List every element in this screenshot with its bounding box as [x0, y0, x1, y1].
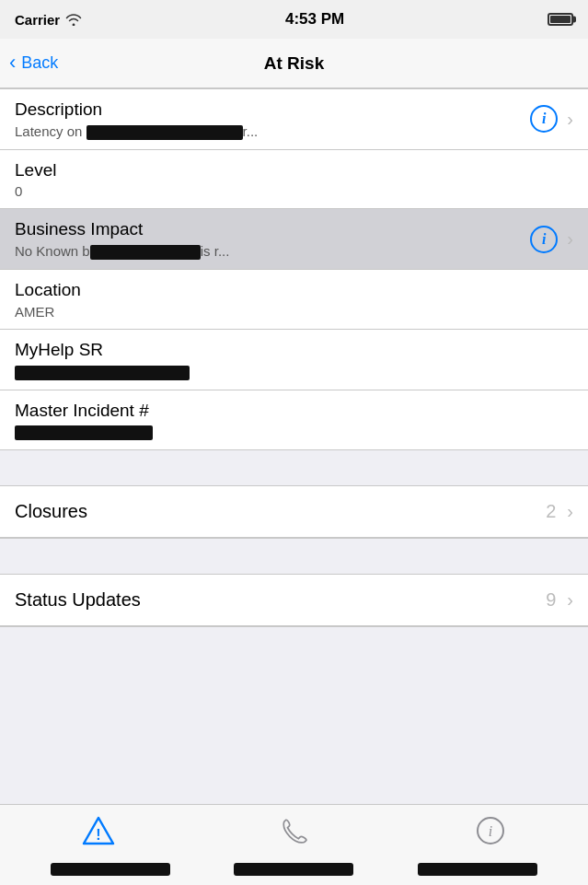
business-impact-info-button[interactable]: i — [530, 226, 558, 253]
location-title: Location — [15, 279, 573, 302]
status-updates-row[interactable]: Status Updates 9 › — [0, 575, 588, 626]
status-updates-right: 9 › — [546, 589, 573, 611]
description-info-button[interactable]: i — [530, 105, 558, 133]
master-incident-redacted — [15, 425, 153, 440]
description-redacted — [86, 125, 243, 140]
spacer-1 — [0, 450, 588, 485]
battery-fill — [550, 16, 571, 23]
closures-section: Closures 2 › — [0, 485, 588, 539]
master-incident-content: Master Incident # — [15, 400, 573, 441]
description-actions: i › — [530, 105, 573, 133]
location-content: Location AMER — [15, 279, 573, 320]
phone-icon — [280, 816, 309, 845]
main-table: Description Latency on r... i › Level 0 … — [0, 88, 588, 450]
wifi-icon — [65, 13, 82, 26]
content-area: Description Latency on r... i › Level 0 … — [0, 88, 588, 627]
bottom-redacted-3 — [418, 863, 537, 876]
tab-bar: ! i — [0, 804, 588, 885]
status-updates-chevron-icon: › — [567, 589, 573, 611]
battery-area — [548, 13, 573, 26]
svg-text:i: i — [488, 823, 491, 839]
myhelp-sr-row: MyHelp SR — [0, 330, 588, 390]
status-updates-section: Status Updates 9 › — [0, 574, 588, 627]
bottom-redacted-bars — [0, 863, 588, 876]
warning-triangle-icon: ! — [82, 814, 115, 847]
description-value: Latency on r... — [15, 123, 530, 140]
master-incident-title: Master Incident # — [15, 400, 573, 423]
spacer-2 — [0, 539, 588, 574]
back-button[interactable]: ‹ Back — [9, 52, 58, 75]
page-title: At Risk — [264, 53, 324, 74]
master-incident-row: Master Incident # — [0, 390, 588, 450]
business-impact-actions: i › — [530, 226, 573, 253]
tab-phone[interactable] — [196, 814, 392, 847]
svg-text:!: ! — [96, 827, 100, 843]
closures-row[interactable]: Closures 2 › — [0, 486, 588, 538]
level-content: Level 0 — [15, 159, 573, 200]
description-content: Description Latency on r... — [15, 99, 530, 140]
myhelp-sr-value — [15, 364, 573, 380]
description-chevron-icon: › — [567, 109, 573, 130]
business-impact-chevron-icon: › — [567, 228, 573, 250]
time-display: 4:53 PM — [285, 10, 344, 29]
level-title: Level — [15, 159, 573, 182]
business-impact-title: Business Impact — [15, 218, 530, 241]
master-incident-value — [15, 424, 573, 440]
location-value: AMER — [15, 304, 573, 320]
tab-info[interactable]: i — [392, 814, 588, 847]
tab-alert[interactable]: ! — [0, 814, 196, 847]
description-title: Description — [15, 99, 530, 122]
business-impact-redacted — [90, 245, 201, 260]
level-value: 0 — [15, 183, 573, 199]
carrier-label: Carrier — [15, 12, 82, 28]
location-row: Location AMER — [0, 270, 588, 330]
myhelp-sr-content: MyHelp SR — [15, 339, 573, 380]
status-bar: Carrier 4:53 PM — [0, 0, 588, 39]
phone-tab-icon — [278, 814, 311, 847]
carrier-text: Carrier — [15, 12, 60, 28]
closures-right: 2 › — [546, 501, 573, 522]
closures-label: Closures — [15, 501, 87, 522]
business-impact-row[interactable]: Business Impact No Known b is r... i › — [0, 209, 588, 270]
info-circle-icon: i — [475, 815, 506, 846]
business-impact-value: No Known b is r... — [15, 243, 530, 260]
bottom-redacted-1 — [51, 863, 170, 876]
description-row[interactable]: Description Latency on r... i › — [0, 89, 588, 150]
info-tab-icon: i — [474, 814, 507, 847]
myhelp-sr-redacted — [15, 366, 190, 380]
back-chevron-icon: ‹ — [9, 51, 16, 75]
alert-tab-icon: ! — [82, 814, 115, 847]
level-row: Level 0 — [0, 150, 588, 210]
battery-icon — [548, 13, 573, 26]
closures-chevron-icon: › — [567, 501, 573, 522]
status-updates-count: 9 — [546, 589, 556, 611]
back-label: Back — [21, 53, 58, 73]
myhelp-sr-title: MyHelp SR — [15, 339, 573, 362]
bottom-redacted-2 — [234, 863, 353, 876]
nav-bar: ‹ Back At Risk — [0, 39, 588, 88]
business-impact-content: Business Impact No Known b is r... — [15, 218, 530, 260]
status-updates-label: Status Updates — [15, 589, 141, 611]
closures-count: 2 — [546, 501, 556, 522]
